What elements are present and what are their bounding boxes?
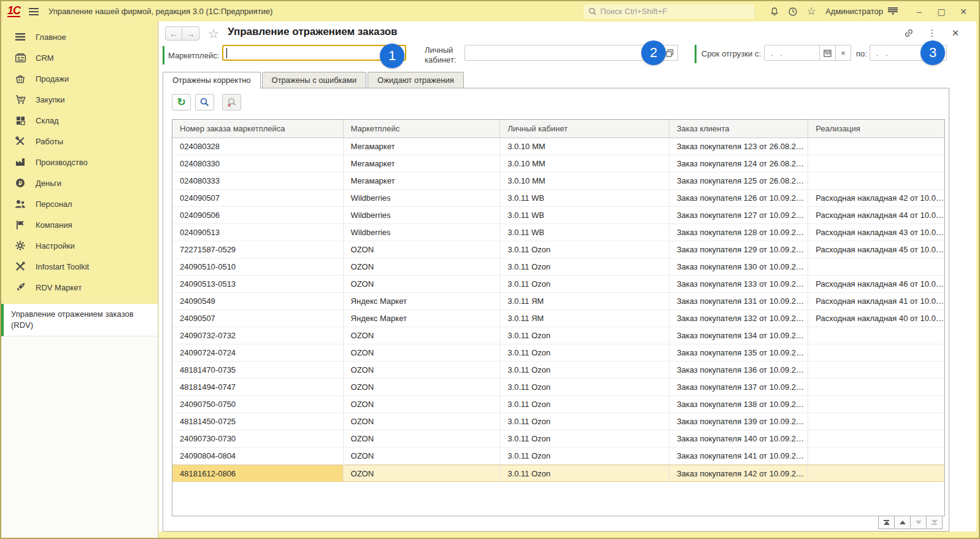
favorites-star-icon[interactable]: ☆ (802, 4, 820, 19)
table-cell[interactable]: Wildberries (344, 190, 501, 207)
table-cell[interactable]: 024090507 (172, 190, 344, 207)
user-menu-icon[interactable]: ▾ (888, 7, 898, 16)
table-cell[interactable]: 24090724-0724 (172, 344, 344, 362)
column-header[interactable]: Личный кабинет (500, 120, 669, 138)
table-cell[interactable]: 3.0.11 Ozon (500, 379, 669, 396)
table-cell[interactable]: 24090549 (172, 293, 344, 310)
table-cell[interactable] (808, 465, 944, 482)
table-cell[interactable]: Расходная накладная 43 от 10.0… (808, 224, 944, 241)
table-cell[interactable] (808, 396, 944, 413)
open-window-item-rdv[interactable]: Управление отражением заказов (RDV) (1, 304, 158, 336)
table-cell[interactable]: 3.0.11 Ozon (500, 344, 669, 362)
table-cell[interactable]: 3.0.11 Ozon (500, 430, 669, 448)
table-row[interactable]: 48181612-0806OZON3.0.11 OzonЗаказ покупа… (172, 465, 944, 482)
table-row[interactable]: 024080330Мегамаркет3.0.10 ММЗаказ покупа… (172, 155, 944, 173)
table-cell[interactable]: Заказ покупателя 135 от 10.09.2… (669, 344, 809, 362)
table-cell[interactable]: OZON (344, 396, 501, 413)
sidebar-item-main[interactable]: Главное (1, 26, 158, 47)
main-menu-icon[interactable] (29, 8, 39, 15)
table-cell[interactable]: 3.0.10 ММ (500, 138, 669, 155)
date-from-calendar-button[interactable] (819, 45, 836, 61)
table-cell[interactable]: 3.0.11 WB (500, 190, 669, 207)
search-list-button[interactable] (195, 94, 214, 111)
close-form-icon[interactable]: ✕ (948, 26, 963, 40)
notifications-bell-icon[interactable] (765, 4, 784, 19)
date-from-clear-button[interactable]: × (835, 45, 851, 61)
table-cell[interactable]: OZON (344, 344, 501, 362)
table-cell[interactable]: OZON (344, 379, 501, 396)
table-cell[interactable]: Яндекс Маркет (344, 293, 501, 310)
table-row[interactable]: 024090513Wildberries3.0.11 WBЗаказ покуп… (172, 224, 944, 241)
table-cell[interactable]: Заказ покупателя 124 от 26.08.2… (669, 155, 809, 173)
table-row[interactable]: 24090549Яндекс Маркет3.0.11 ЯМЗаказ поку… (172, 293, 944, 310)
table-cell[interactable]: Мегамаркет (344, 138, 501, 155)
go-prev-row-button[interactable] (894, 516, 911, 529)
table-cell[interactable]: 48181450-0725 (172, 413, 344, 430)
table-cell[interactable]: OZON (344, 430, 501, 448)
column-header[interactable]: Реализация (808, 120, 944, 138)
table-cell[interactable]: Заказ покупателя 132 от 10.09.2… (669, 310, 809, 327)
table-cell[interactable]: Расходная накладная 42 от 10.0… (808, 190, 944, 207)
table-cell[interactable]: 3.0.11 WB (500, 207, 669, 224)
table-cell[interactable]: 48181612-0806 (172, 465, 344, 482)
table-row[interactable]: 24090724-0724OZON3.0.11 OzonЗаказ покупа… (172, 344, 944, 362)
table-row[interactable]: 24090513-0513OZON3.0.11 OzonЗаказ покупа… (172, 276, 944, 293)
table-cell[interactable]: 3.0.11 Ozon (500, 241, 669, 258)
table-cell[interactable]: 3.0.11 ЯМ (500, 310, 669, 327)
sidebar-item-personnel[interactable]: Персонал (1, 193, 158, 214)
table-cell[interactable]: OZON (344, 276, 501, 293)
column-header[interactable]: Номер заказа маркетплейса (172, 120, 344, 138)
column-header[interactable]: Заказ клиента (669, 120, 809, 138)
table-cell[interactable]: Заказ покупателя 142 от 10.09.2… (669, 465, 809, 482)
table-cell[interactable]: Заказ покупателя 140 от 10.09.2… (669, 430, 809, 448)
column-header[interactable]: Маркетплейс (344, 120, 501, 138)
table-row[interactable]: 24090750-0750OZON3.0.11 OzonЗаказ покупа… (172, 396, 944, 413)
table-cell[interactable]: Заказ покупателя 126 от 10.09.2… (669, 190, 809, 207)
table-cell[interactable]: 024090506 (172, 207, 344, 224)
table-cell[interactable]: Заказ покупателя 128 от 10.09.2… (669, 224, 809, 241)
table-cell[interactable] (808, 362, 944, 379)
table-cell[interactable]: Заказ покупателя 134 от 10.09.2… (669, 327, 809, 344)
table-cell[interactable]: 24090804-0804 (172, 448, 344, 465)
table-cell[interactable]: Заказ покупателя 131 от 10.09.2… (669, 293, 809, 310)
table-cell[interactable] (808, 430, 944, 448)
go-first-row-button[interactable] (878, 516, 895, 529)
table-cell[interactable] (808, 413, 944, 430)
table-cell[interactable]: Мегамаркет (344, 173, 501, 190)
table-cell[interactable]: Расходная накладная 41 от 10.0… (808, 293, 944, 310)
table-cell[interactable] (808, 173, 944, 190)
table-row[interactable]: 024080328Мегамаркет3.0.10 ММЗаказ покупа… (172, 138, 944, 155)
table-cell[interactable]: Заказ покупателя 130 от 10.09.2… (669, 258, 809, 276)
table-cell[interactable]: OZON (344, 465, 501, 482)
table-cell[interactable]: Расходная накладная 46 от 10.0… (808, 276, 944, 293)
sidebar-item-purchases[interactable]: Закупки (1, 89, 158, 110)
table-row[interactable]: 48181494-0747OZON3.0.11 OzonЗаказ покупа… (172, 379, 944, 396)
marketplace-input[interactable] (222, 45, 406, 61)
table-cell[interactable]: Wildberries (344, 207, 501, 224)
table-cell[interactable]: 3.0.11 Ozon (500, 258, 669, 276)
table-cell[interactable]: 024090513 (172, 224, 344, 241)
table-cell[interactable]: Заказ покупателя 138 от 10.09.2… (669, 396, 809, 413)
table-row[interactable]: 024090507Wildberries3.0.11 WBЗаказ покуп… (172, 190, 944, 207)
table-cell[interactable] (808, 448, 944, 465)
table-row[interactable]: 24090732-0732OZON3.0.11 OzonЗаказ покупа… (172, 327, 944, 344)
table-cell[interactable]: Расходная накладная 45 от 10.0… (808, 241, 944, 258)
table-cell[interactable]: 3.0.11 WB (500, 224, 669, 241)
sidebar-item-production[interactable]: Производство (1, 152, 158, 173)
table-cell[interactable]: Заказ покупателя 137 от 10.09.2… (669, 379, 809, 396)
refresh-button[interactable]: ↻ (172, 94, 191, 111)
table-cell[interactable]: Расходная накладная 40 от 10.0… (808, 310, 944, 327)
more-actions-icon[interactable]: ⋮ (925, 26, 939, 40)
table-cell[interactable]: Заказ покупателя 141 от 10.09.2… (669, 448, 809, 465)
table-cell[interactable]: Заказ покупателя 125 от 26.08.2… (669, 173, 809, 190)
maximize-button[interactable]: ▢ (932, 4, 951, 19)
sidebar-item-settings[interactable]: Настройки (1, 235, 158, 256)
get-link-icon[interactable] (901, 26, 916, 40)
table-cell[interactable]: 3.0.11 Ozon (500, 448, 669, 465)
table-cell[interactable]: 24090507 (172, 310, 344, 327)
history-forward-button[interactable]: → (182, 26, 199, 41)
table-cell[interactable]: 024080330 (172, 155, 344, 173)
table-row[interactable]: 24090507Яндекс Маркет3.0.11 ЯМЗаказ поку… (172, 310, 944, 327)
table-cell[interactable]: 3.0.11 ЯМ (500, 293, 669, 310)
table-cell[interactable]: Заказ покупателя 127 от 10.09.2… (669, 207, 809, 224)
